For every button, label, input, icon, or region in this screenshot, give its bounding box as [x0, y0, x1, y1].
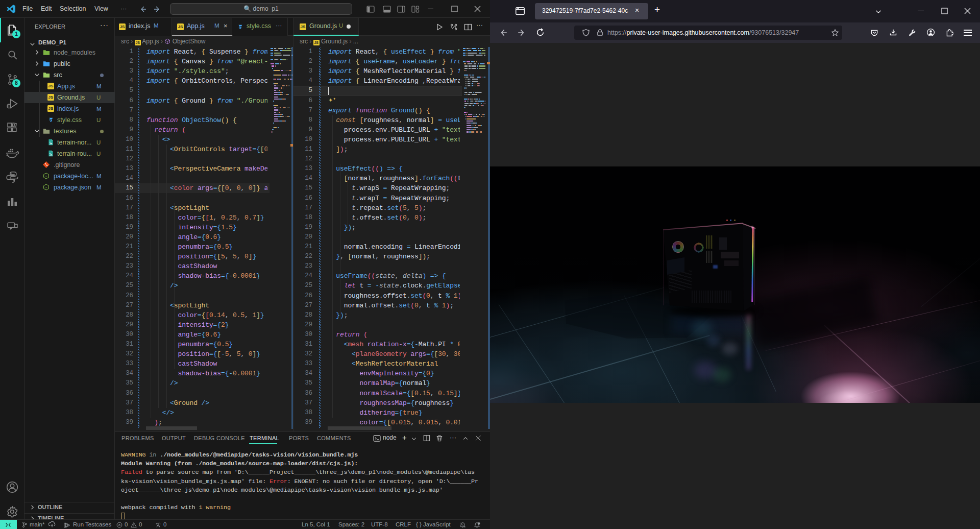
svg-text:ʲˢ: ʲˢ: [45, 186, 47, 189]
svg-text:ʲˢ: ʲˢ: [45, 175, 47, 178]
